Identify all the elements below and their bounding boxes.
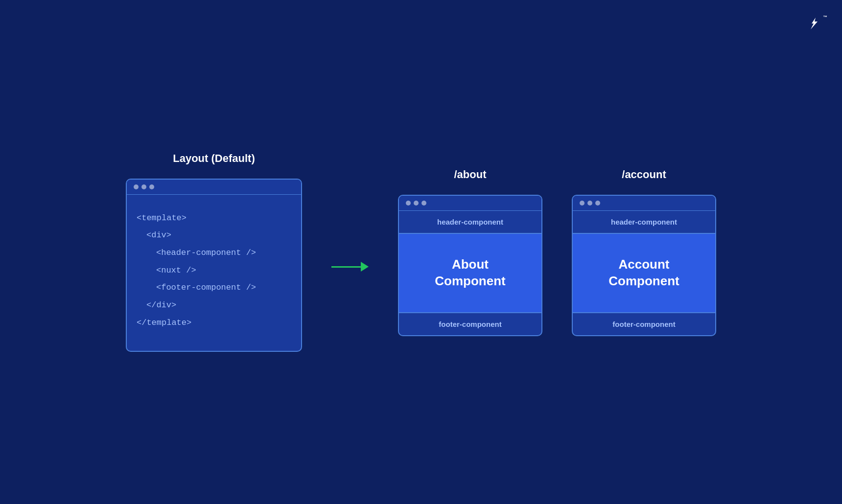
code-line-5: </div> [137, 297, 291, 314]
logo: ™ [805, 15, 822, 36]
about-dot-3 [421, 201, 426, 206]
account-column: /account header-component AccountCompone… [572, 168, 716, 336]
code-line-1: <div> [137, 227, 291, 244]
dot-3 [149, 184, 154, 189]
account-dot-1 [580, 201, 585, 206]
dot-1 [134, 184, 139, 189]
layout-title-bar [127, 180, 301, 195]
flow-arrow [331, 262, 369, 272]
account-component-label: AccountComponent [608, 256, 679, 290]
account-card: header-component AccountComponent footer… [572, 195, 716, 336]
dot-2 [141, 184, 146, 189]
about-title: /about [454, 168, 487, 181]
main-content: Layout (Default) <template> <div> <heade… [0, 152, 842, 352]
about-card: header-component AboutComponent footer-c… [398, 195, 542, 336]
layout-card: <template> <div> <header-component /> <n… [126, 179, 302, 352]
trademark-symbol: ™ [823, 15, 827, 20]
about-title-bar [399, 196, 541, 211]
account-dot-2 [587, 201, 592, 206]
code-line-2: <header-component /> [137, 244, 291, 262]
arrow-line [331, 266, 361, 268]
about-footer-section: footer-component [399, 312, 541, 335]
account-main-section: AccountComponent [573, 234, 715, 312]
account-title: /account [622, 168, 666, 181]
account-dot-3 [595, 201, 600, 206]
about-main-section: AboutComponent [399, 234, 541, 312]
about-component-label: AboutComponent [435, 256, 505, 290]
layout-column: Layout (Default) <template> <div> <heade… [126, 152, 302, 352]
code-line-3: <nuxt /> [137, 262, 291, 279]
account-header-section: header-component [573, 211, 715, 234]
code-line-6: </template> [137, 314, 291, 332]
about-dot-2 [414, 201, 419, 206]
about-header-section: header-component [399, 211, 541, 234]
logo-icon [805, 15, 822, 32]
arrow-head [361, 262, 369, 272]
code-line-0: <template> [137, 209, 291, 227]
arrow-container [331, 232, 369, 272]
layout-body: <template> <div> <header-component /> <n… [127, 195, 301, 351]
account-footer-section: footer-component [573, 312, 715, 335]
layout-title: Layout (Default) [173, 152, 255, 165]
about-column: /about header-component AboutComponent f… [398, 168, 542, 336]
code-line-4: <footer-component /> [137, 279, 291, 297]
about-dot-1 [406, 201, 411, 206]
account-title-bar [573, 196, 715, 211]
